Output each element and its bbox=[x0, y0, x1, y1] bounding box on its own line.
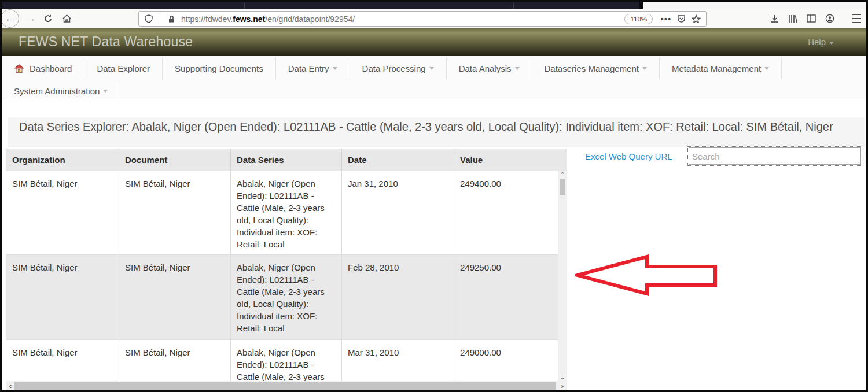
nav-label: Dataseries Management bbox=[545, 64, 639, 73]
table-row[interactable]: SIM Bétail, Niger SIM Bétail, Niger Abal… bbox=[6, 255, 567, 340]
nav-item-system-administration[interactable]: System Administration bbox=[2, 80, 120, 102]
home-icon bbox=[62, 14, 72, 23]
page-title-band: Data Series Explorer: Abalak, Niger (Ope… bbox=[8, 117, 865, 147]
chevron-down-icon bbox=[829, 42, 834, 45]
browser-toolbar: ← → https://fdwdev.fews.net/en/grid/data… bbox=[2, 9, 866, 28]
bookmark-star-icon[interactable] bbox=[689, 12, 704, 27]
vertical-scroll-thumb[interactable] bbox=[560, 179, 565, 195]
datapoint-grid: Organization Document Data Series Date V… bbox=[6, 149, 567, 391]
chevron-down-icon bbox=[429, 67, 434, 70]
nav-label: Data Processing bbox=[362, 64, 426, 73]
cell-data-series: Abalak, Niger (Open Ended): L02111AB - C… bbox=[231, 171, 342, 254]
cell-organization: SIM Bétail, Niger bbox=[6, 171, 119, 254]
forward-button[interactable]: → bbox=[23, 10, 39, 27]
grid-body: SIM Bétail, Niger SIM Bétail, Niger Abal… bbox=[6, 171, 567, 381]
chevron-down-icon bbox=[103, 90, 108, 93]
nav-item-data-explorer[interactable]: Data Explorer bbox=[84, 57, 163, 80]
back-button[interactable]: ← bbox=[1, 9, 19, 28]
cell-value: 249400.00 bbox=[454, 171, 558, 254]
url-bar[interactable]: https://fdwdev.fews.net/en/grid/datapoin… bbox=[138, 11, 707, 27]
cell-date: Jan 31, 2010 bbox=[342, 171, 454, 254]
nav-item-dataseries-management[interactable]: Dataseries Management bbox=[532, 57, 660, 80]
home-button[interactable] bbox=[58, 10, 75, 27]
scroll-up-icon[interactable]: ⌃ bbox=[558, 171, 567, 179]
nav-item-metadata-management[interactable]: Metadata Management bbox=[660, 57, 782, 80]
cell-date: Feb 28, 2010 bbox=[342, 255, 454, 339]
nav-label: Data Analysis bbox=[459, 64, 512, 73]
scroll-left-icon[interactable]: ‹ bbox=[6, 382, 14, 390]
table-row[interactable]: SIM Bétail, Niger SIM Bétail, Niger Abal… bbox=[6, 171, 567, 255]
horizontal-scroll-thumb[interactable] bbox=[14, 382, 556, 390]
url-text[interactable]: https://fdwdev.fews.net/en/grid/datapoin… bbox=[181, 14, 355, 24]
table-row[interactable]: SIM Bétail, Niger SIM Bétail, Niger Abal… bbox=[6, 340, 567, 381]
nav-item-dashboard[interactable]: Dashboard bbox=[2, 57, 84, 80]
forward-arrow-icon: → bbox=[25, 12, 36, 25]
cell-document: SIM Bétail, Niger bbox=[119, 255, 231, 339]
library-icon[interactable] bbox=[785, 11, 800, 26]
app-header: FEWS NET Data Warehouse Help bbox=[2, 28, 866, 56]
nav-item-data-processing[interactable]: Data Processing bbox=[350, 57, 447, 80]
scroll-down-icon[interactable]: ⌄ bbox=[558, 373, 567, 381]
horizontal-scrollbar[interactable]: ‹ › bbox=[6, 381, 567, 391]
menu-hamburger-icon[interactable] bbox=[849, 11, 864, 26]
urlbar-separator bbox=[160, 13, 160, 24]
page-actions-icon[interactable]: ••• bbox=[659, 12, 674, 27]
cell-value: 249000.00 bbox=[454, 340, 558, 381]
tab-separator bbox=[513, 3, 514, 9]
nav-label: System Administration bbox=[14, 86, 100, 96]
annotation-arrow-left bbox=[575, 254, 719, 296]
cell-data-series: Abalak, Niger (Open Ended): L02111AB - C… bbox=[231, 255, 342, 339]
back-arrow-icon: ← bbox=[5, 12, 16, 25]
nav-label: Supporting Documents bbox=[175, 64, 263, 73]
chevron-down-icon bbox=[642, 67, 647, 70]
cell-document: SIM Bétail, Niger bbox=[119, 171, 231, 254]
cell-date: Mar 31, 2010 bbox=[342, 340, 454, 381]
downloads-icon[interactable] bbox=[767, 11, 782, 26]
vertical-scrollbar[interactable]: ⌃ ⌄ bbox=[558, 171, 567, 381]
grid-header-row: Organization Document Data Series Date V… bbox=[6, 149, 567, 171]
nav-item-supporting-documents[interactable]: Supporting Documents bbox=[163, 57, 276, 80]
tracking-shield-icon[interactable] bbox=[141, 12, 156, 27]
nav-item-data-analysis[interactable]: Data Analysis bbox=[447, 57, 532, 80]
help-menu[interactable]: Help bbox=[808, 37, 834, 47]
chevron-down-icon bbox=[764, 67, 769, 70]
tab-separator bbox=[244, 3, 245, 9]
nav-label: Dashboard bbox=[30, 64, 72, 73]
main-nav: Dashboard Data Explorer Supporting Docum… bbox=[2, 56, 866, 99]
sidebar-toggle-icon[interactable] bbox=[804, 11, 819, 26]
excel-web-query-link[interactable]: Excel Web Query URL bbox=[585, 151, 672, 161]
reload-button[interactable] bbox=[40, 10, 56, 27]
nav-label: Data Entry bbox=[288, 64, 329, 73]
tab-strip-light-area bbox=[639, 2, 866, 9]
chevron-down-icon bbox=[333, 67, 337, 70]
lock-icon[interactable] bbox=[164, 12, 179, 27]
nav-item-data-entry[interactable]: Data Entry bbox=[276, 57, 350, 80]
nav-label: Data Explorer bbox=[97, 64, 150, 73]
nav-label: Metadata Management bbox=[672, 64, 761, 73]
column-header-date[interactable]: Date bbox=[342, 149, 454, 171]
column-header-organization[interactable]: Organization bbox=[6, 149, 119, 171]
column-header-value[interactable]: Value bbox=[454, 149, 567, 171]
column-header-data-series[interactable]: Data Series bbox=[231, 149, 342, 171]
screenshot-frame: ← → https://fdwdev.fews.net/en/grid/data… bbox=[0, 0, 868, 392]
column-header-document[interactable]: Document bbox=[119, 149, 231, 171]
chevron-down-icon bbox=[515, 67, 520, 70]
dashboard-home-icon bbox=[14, 64, 24, 73]
cell-value: 249250.00 bbox=[454, 255, 558, 339]
page-title: Data Series Explorer: Abalak, Niger (Ope… bbox=[8, 117, 865, 134]
zoom-level-badge[interactable]: 110% bbox=[624, 14, 653, 24]
pocket-icon[interactable] bbox=[674, 12, 689, 27]
app-title: FEWS NET Data Warehouse bbox=[19, 34, 193, 50]
browser-tab-strip bbox=[2, 2, 866, 9]
cell-document: SIM Bétail, Niger bbox=[119, 340, 231, 381]
scroll-right-icon[interactable]: › bbox=[558, 382, 567, 390]
cell-data-series: Abalak, Niger (Open Ended): L02111AB - C… bbox=[231, 340, 342, 381]
cell-organization: SIM Bétail, Niger bbox=[6, 255, 119, 339]
cell-organization: SIM Bétail, Niger bbox=[6, 340, 119, 381]
account-icon[interactable] bbox=[822, 11, 837, 26]
search-input[interactable] bbox=[689, 147, 861, 165]
reload-icon bbox=[43, 14, 53, 23]
